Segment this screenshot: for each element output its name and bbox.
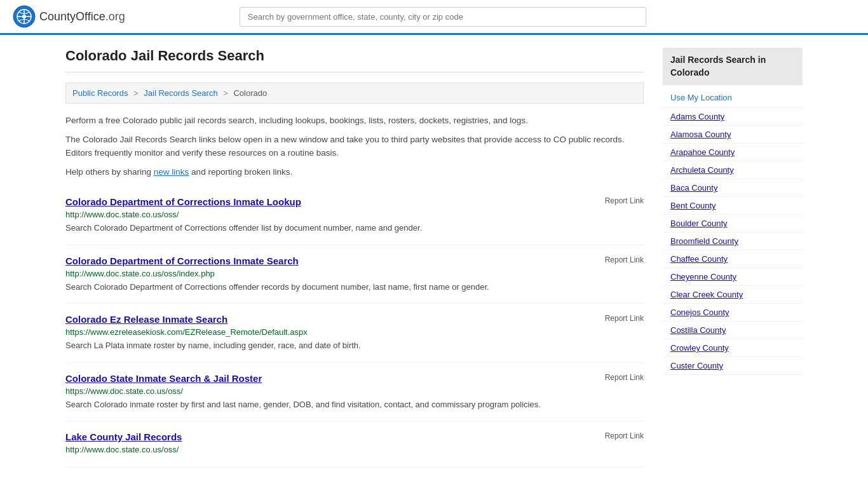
record-desc: Search La Plata inmate roster by name, i… [65, 339, 644, 352]
record-title[interactable]: Lake County Jail Records [65, 431, 182, 442]
sidebar-county-link[interactable]: Costilla County [663, 322, 803, 339]
record-desc: Search Colorado Department of Correction… [65, 281, 644, 294]
description-para-2: The Colorado Jail Records Search links b… [65, 133, 644, 160]
description-para-1: Perform a free Colorado public jail reco… [65, 114, 644, 128]
logo-text[interactable]: CountyOffice.org [39, 10, 125, 24]
sidebar-county-link[interactable]: Baca County [663, 179, 803, 197]
record-url[interactable]: https://www.ezreleasekiosk.com/EZRelease… [65, 327, 644, 337]
record-header: Lake County Jail Records Report Link [65, 431, 644, 442]
sidebar: Jail Records Search in Colorado Use My L… [663, 48, 803, 468]
records-list: Colorado Department of Corrections Inmat… [65, 186, 644, 468]
report-link[interactable]: Report Link [605, 373, 644, 382]
sidebar-county-link[interactable]: Chaffee County [663, 250, 803, 268]
record-item: Colorado Department of Corrections Inmat… [65, 186, 644, 245]
logo-icon [13, 5, 36, 28]
record-header: Colorado Ez Release Inmate Search Report… [65, 314, 644, 325]
breadcrumb-jail-records-search[interactable]: Jail Records Search [144, 88, 217, 98]
description-pre-text: Help others by sharing [65, 167, 154, 177]
record-desc: Search Colorado Department of Correction… [65, 222, 644, 234]
sidebar-county-link[interactable]: Bent County [663, 197, 803, 215]
breadcrumb: Public Records > Jail Records Search > C… [65, 83, 644, 104]
content-area: Colorado Jail Records Search Public Reco… [65, 48, 644, 468]
header: CountyOffice.org [0, 0, 868, 35]
record-url[interactable]: http://www.doc.state.co.us/oss/ [65, 210, 644, 219]
search-input[interactable] [240, 7, 646, 27]
breadcrumb-sep-2: > [223, 88, 228, 98]
sidebar-county-link[interactable]: Custer County [663, 357, 803, 375]
record-url[interactable]: http://www.doc.state.co.us/oss/index.php [65, 269, 644, 278]
record-desc: Search Colorado inmate roster by first a… [65, 398, 644, 411]
sidebar-county-link[interactable]: Cheyenne County [663, 268, 803, 286]
sidebar-county-link[interactable]: Adams County [663, 108, 803, 126]
logo-name: CountyOffice [39, 10, 105, 23]
report-link[interactable]: Report Link [605, 196, 644, 205]
record-url[interactable]: http://www.doc.state.co.us/oss/ [65, 445, 644, 454]
record-item: Lake County Jail Records Report Link htt… [65, 421, 644, 468]
sidebar-title: Jail Records Search in Colorado [663, 48, 803, 85]
sidebar-county-link[interactable]: Boulder County [663, 215, 803, 233]
record-header: Colorado Department of Corrections Inmat… [65, 196, 644, 207]
description-para-3: Help others by sharing new links and rep… [65, 165, 644, 179]
record-url[interactable]: https://www.doc.state.co.us/oss/ [65, 386, 644, 396]
sidebar-counties: Adams CountyAlamosa CountyArapahoe Count… [663, 108, 803, 375]
description: Perform a free Colorado public jail reco… [65, 114, 644, 179]
main-container: Colorado Jail Records Search Public Reco… [53, 35, 815, 480]
sidebar-county-link[interactable]: Arapahoe County [663, 144, 803, 161]
record-title[interactable]: Colorado Department of Corrections Inmat… [65, 196, 301, 207]
report-link[interactable]: Report Link [605, 255, 644, 264]
breadcrumb-sep-1: > [133, 88, 139, 98]
use-my-location-link[interactable]: Use My Location [663, 88, 803, 108]
svg-point-4 [22, 15, 26, 18]
report-link[interactable]: Report Link [605, 431, 644, 440]
report-link[interactable]: Report Link [605, 314, 644, 323]
breadcrumb-public-records[interactable]: Public Records [72, 88, 128, 98]
sidebar-county-link[interactable]: Clear Creek County [663, 286, 803, 304]
sidebar-county-link[interactable]: Broomfield County [663, 233, 803, 250]
sidebar-county-link[interactable]: Archuleta County [663, 161, 803, 179]
record-item: Colorado State Inmate Search & Jail Rost… [65, 363, 644, 422]
record-header: Colorado State Inmate Search & Jail Rost… [65, 373, 644, 384]
new-links-link[interactable]: new links [154, 167, 189, 177]
page-title: Colorado Jail Records Search [65, 48, 644, 72]
description-post-text: and reporting broken links. [189, 167, 292, 177]
logo-suffix: .org [105, 10, 125, 23]
breadcrumb-colorado: Colorado [233, 88, 267, 98]
search-bar [240, 7, 646, 27]
record-title[interactable]: Colorado State Inmate Search & Jail Rost… [65, 373, 262, 384]
record-item: Colorado Department of Corrections Inmat… [65, 245, 644, 304]
record-title[interactable]: Colorado Department of Corrections Inmat… [65, 255, 299, 266]
record-header: Colorado Department of Corrections Inmat… [65, 255, 644, 266]
sidebar-county-link[interactable]: Conejos County [663, 304, 803, 322]
sidebar-county-link[interactable]: Crowley County [663, 339, 803, 357]
record-item: Colorado Ez Release Inmate Search Report… [65, 304, 644, 363]
logo-area: CountyOffice.org [13, 5, 125, 28]
record-title[interactable]: Colorado Ez Release Inmate Search [65, 314, 227, 325]
sidebar-county-link[interactable]: Alamosa County [663, 126, 803, 144]
